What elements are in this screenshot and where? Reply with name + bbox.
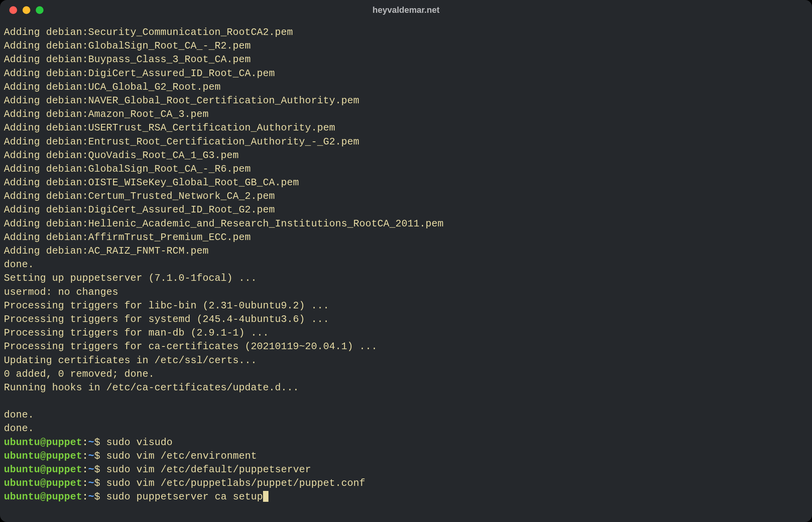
terminal-line: 0 added, 0 removed; done. xyxy=(4,367,808,381)
terminal-line: Adding debian:Certum_Trusted_Network_CA_… xyxy=(4,190,808,203)
terminal-line: Adding debian:DigiCert_Assured_ID_Root_G… xyxy=(4,203,808,217)
terminal-line: Adding debian:DigiCert_Assured_ID_Root_C… xyxy=(4,67,808,80)
terminal-line: Adding debian:OISTE_WISeKey_Global_Root_… xyxy=(4,176,808,190)
terminal-line: Adding debian:Amazon_Root_CA_3.pem xyxy=(4,108,808,121)
command-text: sudo vim /etc/default/puppetserver xyxy=(106,464,311,475)
prompt-symbol: $ xyxy=(94,478,101,489)
cursor-icon xyxy=(263,491,268,502)
terminal-line: Adding debian:Hellenic_Academic_and_Rese… xyxy=(4,217,808,231)
prompt-symbol: $ xyxy=(94,437,101,448)
terminal-line: done. xyxy=(4,258,808,271)
terminal-line: Adding debian:Security_Communication_Roo… xyxy=(4,26,808,39)
prompt-symbol: $ xyxy=(94,464,101,475)
prompt-separator: : xyxy=(82,478,89,489)
command-text: sudo puppetserver ca setup xyxy=(106,491,263,503)
prompt-user: ubuntu@puppet xyxy=(4,491,82,503)
terminal-line: Processing triggers for libc-bin (2.31-0… xyxy=(4,299,808,313)
prompt-line: ubuntu@puppet:~$ sudo vim /etc/default/p… xyxy=(4,463,808,477)
terminal-line: Adding debian:GlobalSign_Root_CA_-_R2.pe… xyxy=(4,39,808,53)
terminal-line xyxy=(4,395,808,408)
prompt-path: ~ xyxy=(88,464,94,475)
terminal-line: Processing triggers for man-db (2.9.1-1)… xyxy=(4,326,808,340)
terminal-line: Adding debian:Buypass_Class_3_Root_CA.pe… xyxy=(4,53,808,66)
minimize-icon[interactable] xyxy=(23,6,30,14)
prompt-user: ubuntu@puppet xyxy=(4,451,82,462)
terminal-line: done. xyxy=(4,422,808,435)
terminal-line: Adding debian:Entrust_Root_Certification… xyxy=(4,135,808,149)
prompt-path: ~ xyxy=(88,491,94,503)
terminal-line: Processing triggers for systemd (245.4-4… xyxy=(4,313,808,326)
terminal-line: Adding debian:AffirmTrust_Premium_ECC.pe… xyxy=(4,231,808,244)
terminal-window: heyvaldemar.net Adding debian:Security_C… xyxy=(0,0,812,522)
zoom-icon[interactable] xyxy=(36,6,44,14)
terminal-line: Adding debian:UCA_Global_G2_Root.pem xyxy=(4,80,808,94)
prompt-path: ~ xyxy=(88,451,94,462)
prompt-line: ubuntu@puppet:~$ sudo visudo xyxy=(4,436,808,449)
terminal-line: Setting up puppetserver (7.1.0-1focal) .… xyxy=(4,271,808,285)
close-icon[interactable] xyxy=(9,6,17,14)
prompt-separator: : xyxy=(82,464,89,475)
terminal-line: usermod: no changes xyxy=(4,285,808,299)
prompt-line: ubuntu@puppet:~$ sudo vim /etc/puppetlab… xyxy=(4,477,808,490)
terminal-line: Adding debian:NAVER_Global_Root_Certific… xyxy=(4,94,808,108)
terminal-line: Updating certificates in /etc/ssl/certs.… xyxy=(4,354,808,367)
prompt-user: ubuntu@puppet xyxy=(4,464,82,475)
terminal-line: Adding debian:USERTrust_RSA_Certificatio… xyxy=(4,121,808,135)
terminal-line: Running hooks in /etc/ca-certificates/up… xyxy=(4,381,808,395)
terminal-line: Adding debian:GlobalSign_Root_CA_-_R6.pe… xyxy=(4,162,808,176)
prompt-separator: : xyxy=(82,491,89,503)
prompt-line: ubuntu@puppet:~$ sudo vim /etc/environme… xyxy=(4,449,808,463)
command-text: sudo vim /etc/environment xyxy=(106,451,257,462)
window-title: heyvaldemar.net xyxy=(0,5,812,15)
prompt-separator: : xyxy=(82,437,89,448)
command-text: sudo visudo xyxy=(106,437,173,448)
command-text: sudo vim /etc/puppetlabs/puppet/puppet.c… xyxy=(106,478,366,489)
terminal-line: Adding debian:AC_RAIZ_FNMT-RCM.pem xyxy=(4,244,808,258)
titlebar: heyvaldemar.net xyxy=(0,0,812,20)
prompt-symbol: $ xyxy=(94,491,101,503)
prompt-symbol: $ xyxy=(94,451,101,462)
prompt-user: ubuntu@puppet xyxy=(4,478,82,489)
terminal-line: Adding debian:QuoVadis_Root_CA_1_G3.pem xyxy=(4,149,808,162)
terminal-body[interactable]: Adding debian:Security_Communication_Roo… xyxy=(0,20,812,522)
traffic-lights xyxy=(0,6,44,14)
prompt-user: ubuntu@puppet xyxy=(4,437,82,448)
prompt-line: ubuntu@puppet:~$ sudo puppetserver ca se… xyxy=(4,490,808,504)
terminal-line: Processing triggers for ca-certificates … xyxy=(4,340,808,353)
prompt-separator: : xyxy=(82,451,89,462)
prompt-path: ~ xyxy=(88,478,94,489)
terminal-line: done. xyxy=(4,408,808,422)
prompt-path: ~ xyxy=(88,437,94,448)
